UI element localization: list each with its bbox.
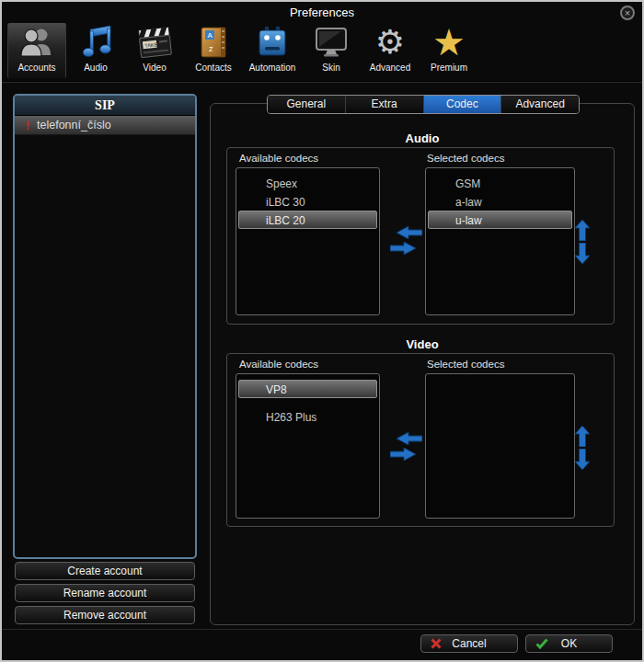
codec-item[interactable]: a-law <box>428 192 572 211</box>
svg-text:A: A <box>208 31 213 40</box>
codec-item[interactable]: u-law <box>428 211 572 229</box>
toolbar-item-label: Contacts <box>195 63 231 73</box>
video-selected-codecs-list[interactable] <box>425 373 575 519</box>
audio-section-title: Audio <box>210 131 635 145</box>
accounts-icon <box>18 23 55 62</box>
preferences-toolbar: Accounts Audio <box>7 23 478 78</box>
toolbar-item-label: Audio <box>84 63 108 73</box>
codec-item[interactable]: iLBC 30 <box>238 192 377 211</box>
settings-tabbar: General Extra Codec Advanced <box>267 95 580 114</box>
move-down-arrow-icon[interactable] <box>575 243 590 268</box>
ok-label: OK <box>561 635 577 652</box>
toolbar-item-skin[interactable]: Skin <box>302 23 361 78</box>
accounts-panel: SIP ! telefonní_číslo <box>13 94 197 559</box>
audio-available-codecs-list[interactable]: SpeexiLBC 30iLBC 20 <box>236 167 380 315</box>
toolbar-item-label: Automation <box>249 63 296 73</box>
toolbar-item-premium[interactable]: ★ Premium <box>420 23 478 78</box>
toolbar-item-automation[interactable]: Automation <box>243 23 302 78</box>
video-section-title: Video <box>210 337 635 351</box>
codec-item[interactable]: H263 Plus <box>238 407 377 426</box>
toolbar-item-contacts[interactable]: A z Contacts <box>184 23 243 78</box>
audio-selected-codecs-list[interactable]: GSMa-lawu-law <box>425 167 575 315</box>
gear-icon: ⚙ <box>375 23 405 62</box>
toolbar-item-accounts[interactable]: Accounts <box>7 23 66 78</box>
close-icon[interactable]: × <box>620 6 635 20</box>
robot-face-icon <box>254 23 291 62</box>
move-up-arrow-icon[interactable] <box>575 220 590 245</box>
monitor-icon <box>313 23 350 62</box>
toolbar-divider <box>2 81 642 83</box>
move-down-arrow-icon[interactable] <box>575 449 590 474</box>
audio-codec-group: Available codecs Selected codecs SpeexiL… <box>226 147 615 325</box>
create-account-button[interactable]: Create account <box>15 562 195 580</box>
rename-account-button[interactable]: Rename account <box>15 584 195 602</box>
tab-codec[interactable]: Codec <box>423 96 501 113</box>
star-icon: ★ <box>432 23 466 62</box>
toolbar-item-label: Premium <box>431 63 467 73</box>
move-to-selected-arrow-icon[interactable] <box>390 448 416 464</box>
codec-item[interactable]: GSM <box>428 174 572 192</box>
selected-codecs-label: Selected codecs <box>427 359 504 370</box>
move-to-available-arrow-icon[interactable] <box>397 432 422 449</box>
account-name: telefonní_číslo <box>37 119 111 131</box>
address-book-icon: A z <box>195 23 232 62</box>
titlebar: Preferences × <box>2 2 642 22</box>
account-list-item[interactable]: ! telefonní_číslo <box>15 116 195 135</box>
music-note-icon <box>77 23 114 62</box>
window-title: Preferences <box>2 6 642 19</box>
preferences-window: Preferences × Accounts <box>0 0 644 662</box>
toolbar-item-label: Advanced <box>370 63 410 73</box>
toolbar-item-label: Skin <box>322 63 339 73</box>
move-to-available-arrow-icon[interactable] <box>397 226 422 243</box>
cancel-x-icon <box>431 638 442 649</box>
move-up-arrow-icon[interactable] <box>575 426 590 451</box>
codec-item[interactable]: Speex <box>238 174 377 192</box>
svg-text:z: z <box>209 44 213 53</box>
cancel-button[interactable]: Cancel <box>420 634 518 653</box>
available-codecs-label: Available codecs <box>239 153 318 164</box>
available-codecs-label: Available codecs <box>239 359 318 370</box>
remove-account-button[interactable]: Remove account <box>15 606 195 624</box>
selected-codecs-label: Selected codecs <box>427 153 504 164</box>
cancel-label: Cancel <box>452 635 486 652</box>
toolbar-item-label: Accounts <box>17 63 55 73</box>
toolbar-item-label: Video <box>143 63 166 73</box>
video-available-codecs-list[interactable]: VP8H263 Plus <box>236 373 380 519</box>
account-group-header: SIP <box>15 96 195 116</box>
clapperboard-icon: TAKE 2 <box>136 23 173 62</box>
toolbar-item-advanced[interactable]: ⚙ Advanced <box>361 23 420 78</box>
footer-divider <box>2 629 642 630</box>
codec-item[interactable]: iLBC 20 <box>238 211 377 229</box>
toolbar-item-video[interactable]: TAKE 2 Video <box>125 23 184 78</box>
codec-item[interactable]: VP8 <box>238 380 377 398</box>
ok-check-icon <box>535 638 548 649</box>
video-codec-group: Available codecs Selected codecs VP8H263… <box>226 353 615 527</box>
tab-general[interactable]: General <box>268 96 345 113</box>
tab-advanced[interactable]: Advanced <box>500 96 579 113</box>
ok-button[interactable]: OK <box>525 634 613 653</box>
tab-extra[interactable]: Extra <box>345 96 423 113</box>
alert-icon: ! <box>18 119 37 132</box>
move-to-selected-arrow-icon[interactable] <box>390 242 416 258</box>
toolbar-item-audio[interactable]: Audio <box>66 23 125 78</box>
